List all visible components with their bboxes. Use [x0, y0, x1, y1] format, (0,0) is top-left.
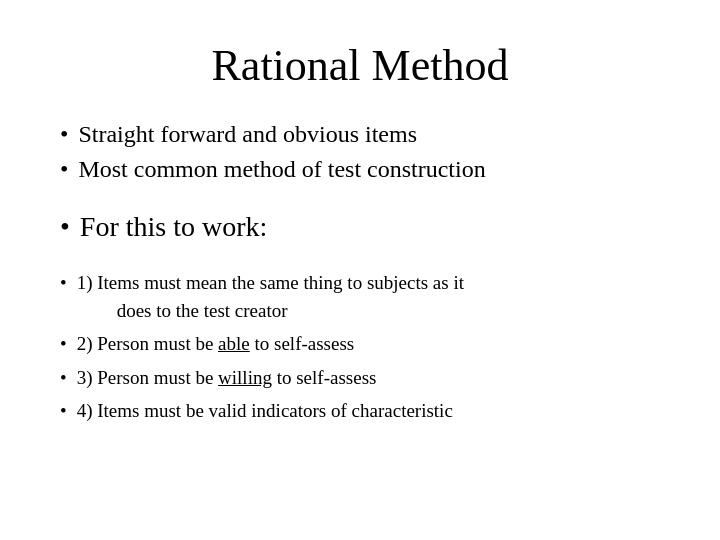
bullet-icon: •	[60, 330, 67, 358]
list-item: • 4) Items must be valid indicators of c…	[60, 397, 660, 425]
list-item: • Straight forward and obvious items	[60, 121, 660, 148]
main-bullet-1: Straight forward and obvious items	[78, 121, 417, 148]
sub-bullet-4: 4) Items must be valid indicators of cha…	[77, 397, 660, 425]
list-item: • 1) Items must mean the same thing to s…	[60, 269, 660, 324]
list-item: • Most common method of test constructio…	[60, 156, 660, 183]
sub-bullet-3: 3) Person must be willing to self-assess	[77, 364, 660, 392]
bullet-icon: •	[60, 211, 70, 243]
slide: Rational Method • Straight forward and o…	[0, 0, 720, 540]
list-item: • 3) Person must be willing to self-asse…	[60, 364, 660, 392]
sub-bullets-list: • 1) Items must mean the same thing to s…	[60, 269, 660, 431]
for-this-list: • For this to work:	[60, 211, 660, 251]
slide-title: Rational Method	[60, 40, 660, 91]
main-bullet-2: Most common method of test construction	[78, 156, 485, 183]
bullet-icon: •	[60, 364, 67, 392]
underline-willing: willing	[218, 367, 272, 388]
list-item: • For this to work:	[60, 211, 660, 243]
bullet-icon: •	[60, 121, 68, 148]
sub-bullet-1-indent: does to the test creator	[117, 300, 288, 321]
bullet-icon: •	[60, 269, 67, 297]
underline-able: able	[218, 333, 250, 354]
bullet-icon: •	[60, 397, 67, 425]
for-this-label: For this to work:	[80, 211, 267, 243]
bullet-icon: •	[60, 156, 68, 183]
main-bullets-list: • Straight forward and obvious items • M…	[60, 121, 660, 191]
sub-bullet-2: 2) Person must be able to self-assess	[77, 330, 660, 358]
list-item: • 2) Person must be able to self-assess	[60, 330, 660, 358]
sub-bullet-1: 1) Items must mean the same thing to sub…	[77, 269, 660, 324]
